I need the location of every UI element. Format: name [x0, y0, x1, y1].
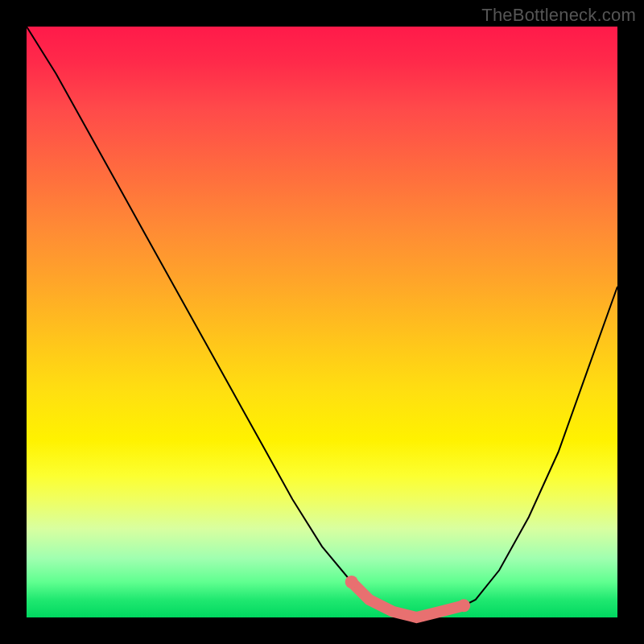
curve-line: [27, 27, 617, 617]
plot-area: [27, 27, 617, 617]
highlight-dot: [345, 576, 358, 588]
chart-svg: [27, 27, 617, 617]
watermark: TheBottleneck.com: [481, 5, 636, 26]
highlight-zone: [352, 582, 464, 617]
highlight-dot: [457, 599, 470, 612]
